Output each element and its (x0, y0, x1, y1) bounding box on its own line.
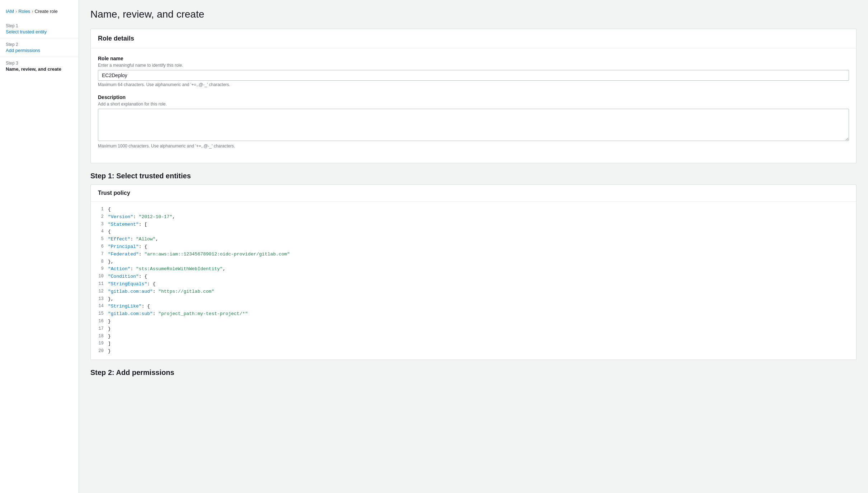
page-title: Name, review, and create (90, 9, 857, 20)
step-3-name: Name, review, and create (6, 66, 73, 72)
step-3-label: Step 3 (6, 61, 73, 66)
line-content: "gitlab.com:sub": "project_path:my-test-… (108, 310, 850, 318)
line-number: 3 (96, 221, 108, 229)
code-line: 15 "gitlab.com:sub": "project_path:my-te… (96, 310, 850, 318)
line-content: "Principal": { (108, 243, 850, 251)
code-line: 16 } (96, 318, 850, 325)
line-content: } (108, 318, 850, 325)
breadcrumb-sep-1: › (15, 9, 17, 14)
code-line: 4 { (96, 228, 850, 236)
line-content: }, (108, 258, 850, 266)
line-content: } (108, 348, 850, 355)
step2-section-title: Step 2: Add permissions (90, 368, 857, 377)
code-line: 7 "Federated": "arn:aws:iam::12345678901… (96, 251, 850, 258)
description-group: Description Add a short explanation for … (98, 94, 849, 149)
line-number: 11 (96, 281, 108, 288)
code-line: 2 "Version": "2012-10-17", (96, 213, 850, 221)
line-number: 15 (96, 310, 108, 318)
role-name-group: Role name Enter a meaningful name to ide… (98, 56, 849, 87)
line-number: 12 (96, 288, 108, 296)
code-line: 20} (96, 348, 850, 355)
line-number: 2 (96, 213, 108, 221)
line-number: 20 (96, 348, 108, 355)
line-content: "gitlab.com:aud": "https://gitlab.com" (108, 288, 850, 296)
step-2-name[interactable]: Add permissions (6, 48, 73, 53)
code-line: 19 ] (96, 340, 850, 348)
line-number: 10 (96, 273, 108, 281)
line-content: "Version": "2012-10-17", (108, 213, 850, 221)
trust-policy-heading: Trust policy (91, 185, 856, 202)
breadcrumb: IAM › Roles › Create role (0, 6, 79, 20)
breadcrumb-current: Create role (34, 9, 57, 14)
description-input[interactable] (98, 109, 849, 141)
breadcrumb-iam[interactable]: IAM (6, 9, 14, 14)
line-number: 1 (96, 206, 108, 213)
line-content: }, (108, 296, 850, 303)
step-3-item: Step 3 Name, review, and create (0, 57, 79, 75)
code-line: 12 "gitlab.com:aud": "https://gitlab.com… (96, 288, 850, 296)
line-number: 17 (96, 325, 108, 333)
role-name-hint: Enter a meaningful name to identify this… (98, 63, 849, 68)
line-number: 7 (96, 251, 108, 258)
line-content: } (108, 333, 850, 341)
line-content: "Action": "sts:AssumeRoleWithWebIdentity… (108, 266, 850, 273)
line-content: "Federated": "arn:aws:iam::123456789012:… (108, 251, 850, 258)
line-content: "StringEquals": { (108, 281, 850, 288)
line-number: 4 (96, 228, 108, 236)
line-number: 6 (96, 243, 108, 251)
line-number: 19 (96, 340, 108, 348)
step-1-name[interactable]: Select trusted entity (6, 29, 73, 34)
role-name-input[interactable] (98, 70, 849, 81)
line-content: "Condition": { (108, 273, 850, 281)
step-2-label: Step 2 (6, 42, 73, 47)
trust-policy-card: Trust policy 1{2 "Version": "2012-10-17"… (90, 184, 857, 360)
line-content: } (108, 325, 850, 333)
role-details-body: Role name Enter a meaningful name to ide… (91, 48, 856, 163)
role-name-label: Role name (98, 56, 849, 61)
main-content: Name, review, and create Role details Ro… (79, 0, 868, 493)
line-content: "Effect": "Allow", (108, 236, 850, 243)
step-2-item: Step 2 Add permissions (0, 38, 79, 57)
line-number: 14 (96, 303, 108, 310)
step1-section-title: Step 1: Select trusted entities (90, 172, 857, 180)
code-line: 1{ (96, 206, 850, 213)
line-number: 18 (96, 333, 108, 341)
code-line: 8 }, (96, 258, 850, 266)
code-line: 14 "StringLike": { (96, 303, 850, 310)
role-details-card: Role details Role name Enter a meaningfu… (90, 29, 857, 163)
code-line: 10 "Condition": { (96, 273, 850, 281)
code-line: 3 "Statement": [ (96, 221, 850, 229)
code-line: 13 }, (96, 296, 850, 303)
line-content: "Statement": [ (108, 221, 850, 229)
line-number: 13 (96, 296, 108, 303)
line-number: 16 (96, 318, 108, 325)
role-details-heading: Role details (91, 29, 856, 48)
role-name-constraint: Maximum 64 characters. Use alphanumeric … (98, 82, 849, 87)
code-line: 11 "StringEquals": { (96, 281, 850, 288)
description-label: Description (98, 94, 849, 100)
description-constraint: Maximum 1000 characters. Use alphanumeri… (98, 144, 849, 149)
code-line: 6 "Principal": { (96, 243, 850, 251)
line-content: { (108, 206, 850, 213)
code-line: 18 } (96, 333, 850, 341)
code-line: 9 "Action": "sts:AssumeRoleWithWebIdenti… (96, 266, 850, 273)
description-hint: Add a short explanation for this role. (98, 102, 849, 107)
step-1-label: Step 1 (6, 23, 73, 28)
line-number: 9 (96, 266, 108, 273)
breadcrumb-roles[interactable]: Roles (18, 9, 30, 14)
line-content: ] (108, 340, 850, 348)
line-number: 8 (96, 258, 108, 266)
line-content: { (108, 228, 850, 236)
line-number: 5 (96, 236, 108, 243)
code-line: 17 } (96, 325, 850, 333)
code-line: 5 "Effect": "Allow", (96, 236, 850, 243)
step-1-item: Step 1 Select trusted entity (0, 20, 79, 38)
line-content: "StringLike": { (108, 303, 850, 310)
breadcrumb-sep-2: › (32, 9, 33, 14)
sidebar: IAM › Roles › Create role Step 1 Select … (0, 0, 79, 493)
trust-policy-code: 1{2 "Version": "2012-10-17",3 "Statement… (91, 202, 856, 360)
